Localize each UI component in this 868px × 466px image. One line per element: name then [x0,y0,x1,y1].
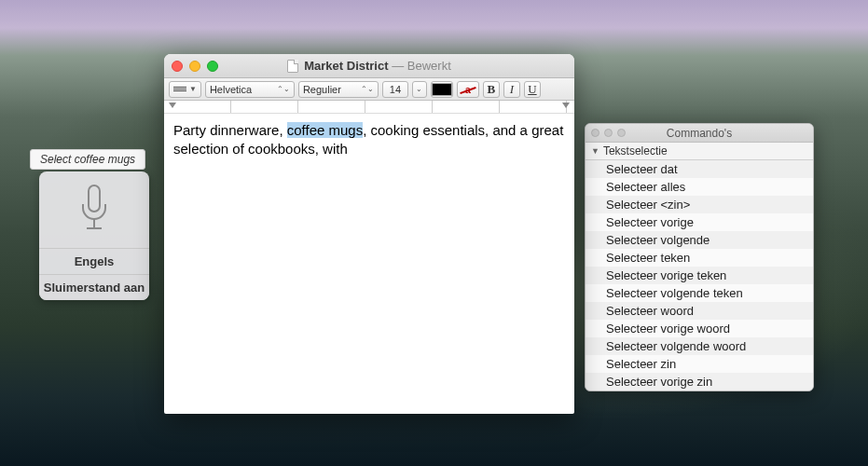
command-item[interactable]: Selecteer vorige woord [586,320,813,337]
command-item[interactable]: Selecteer volgende [586,231,813,249]
font-style-dropdown[interactable]: Regulier ⌃⌄ [298,81,379,98]
command-item[interactable]: Selecteer vorige zin [586,373,813,391]
command-item[interactable]: Selecteer volgende zin [586,391,813,391]
format-toolbar: ▼ Helvetica ⌃⌄ Regulier ⌃⌄ 14 ⌄ a B I U [164,78,574,101]
commands-titlebar[interactable]: Commando's [586,124,813,143]
command-item[interactable]: Selecteer woord [586,302,813,320]
chevron-down-icon: ▼ [189,85,197,93]
minimize-button[interactable] [604,129,613,137]
commands-traffic-lights [591,129,626,137]
font-size-stepper[interactable]: ⌄ [412,81,427,98]
command-item[interactable]: Selecteer <zin> [586,196,813,213]
window-titlebar[interactable]: Market District — Bewerkt [164,54,574,78]
ruler-right-margin[interactable] [562,103,570,108]
close-button[interactable] [172,61,183,72]
font-size-field[interactable]: 14 [382,81,408,98]
command-item[interactable]: Selecteer volgende woord [586,337,813,355]
font-style-value: Regulier [303,84,341,95]
commands-title-text: Commando's [667,127,732,140]
command-item[interactable]: Selecteer alles [586,178,813,196]
dictation-language-button[interactable]: Engels [39,248,149,274]
commands-list: Selecteer dat Selecteer alles Selecteer … [586,160,813,391]
commands-section-label: Tekstselectie [603,144,668,158]
microphone-icon[interactable] [39,171,149,248]
strike-a-icon: a [458,83,478,96]
color-swatch-icon [432,83,452,96]
document-body[interactable]: Party dinnerware, coffee mugs, cooking e… [164,114,574,414]
command-item[interactable]: Selecteer zin [586,355,813,373]
font-family-dropdown[interactable]: Helvetica ⌃⌄ [205,81,295,98]
window-title: Market District — Bewerkt [164,59,574,73]
dictation-speech-text: Select coffee mugs [40,153,135,166]
ruler[interactable] [164,101,574,114]
document-title: Market District [304,59,388,73]
font-size-value: 14 [390,84,401,95]
paragraph-icon [173,87,186,91]
dictation-panel: Engels Sluimerstand aan [39,171,149,300]
command-item[interactable]: Selecteer vorige teken [586,267,813,284]
dictation-sleep-label: Sluimerstand aan [44,281,145,295]
commands-panel: Commando's ▼ Tekstselectie Selecteer dat… [585,123,814,391]
chevron-updown-icon: ⌄ [416,85,422,93]
zoom-button[interactable] [617,129,626,137]
zoom-button[interactable] [207,61,218,72]
command-item[interactable]: Selecteer dat [586,160,813,178]
text-color-swatch[interactable] [431,81,453,98]
minimize-button[interactable] [189,61,200,72]
text-color-none[interactable]: a [457,81,479,98]
chevron-updown-icon: ⌃⌄ [361,85,374,93]
body-text-selection: coffee mugs [287,122,363,138]
command-item[interactable]: Selecteer volgende teken [586,284,813,302]
dictation-language-label: Engels [75,254,115,268]
ruler-left-margin[interactable] [169,103,176,108]
svg-rect-0 [89,185,100,212]
disclosure-triangle-icon: ▼ [591,146,599,156]
document-edited-indicator: — Bewerkt [392,59,451,73]
paragraph-style-dropdown[interactable]: ▼ [169,81,201,98]
dictation-speech-bubble: Select coffee mugs [30,149,145,170]
body-text-pre: Party dinnerware, [173,122,287,138]
italic-button[interactable]: I [503,81,520,98]
bold-button[interactable]: B [483,81,500,98]
textedit-window: Market District — Bewerkt ▼ Helvetica ⌃⌄… [164,54,574,414]
document-icon [287,60,298,73]
dictation-sleep-button[interactable]: Sluimerstand aan [39,274,149,300]
close-button[interactable] [591,129,599,137]
chevron-updown-icon: ⌃⌄ [277,85,290,93]
commands-section-header[interactable]: ▼ Tekstselectie [586,143,813,160]
font-family-value: Helvetica [210,84,252,95]
traffic-lights [172,61,218,72]
command-item[interactable]: Selecteer teken [586,249,813,267]
command-item[interactable]: Selecteer vorige [586,213,813,231]
underline-button[interactable]: U [524,81,541,98]
